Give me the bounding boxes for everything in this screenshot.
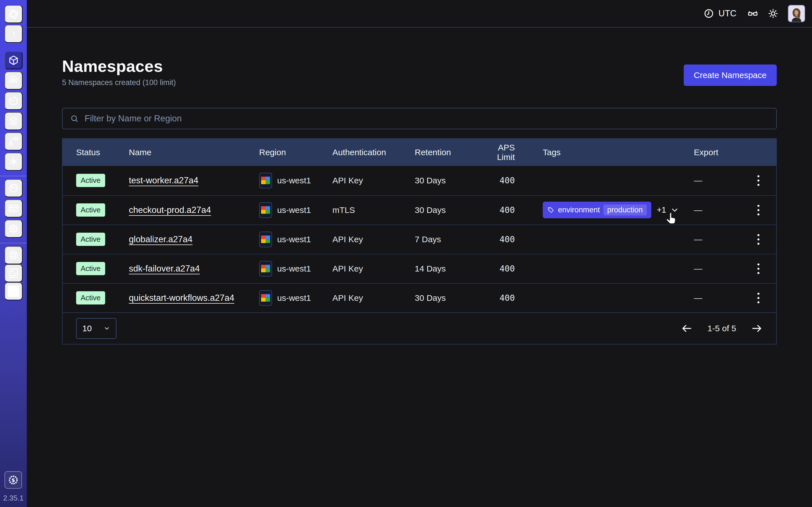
column-header-name: Name [129, 148, 259, 157]
region-cell: us-west1 [259, 202, 333, 218]
chevron-right-icon [9, 30, 18, 38]
sidebar-item-docs[interactable] [4, 264, 22, 282]
region-label: us-west1 [277, 293, 311, 303]
table-footer: 10 1-5 of 5 [63, 313, 776, 344]
aps-limit-cell: 400 [479, 293, 515, 303]
page-subtitle: 5 Namespaces created (100 limit) [62, 78, 176, 87]
authentication-cell: API Key [333, 264, 415, 274]
sidebar-nav-primary [4, 51, 22, 171]
cube-icon [8, 55, 19, 66]
gauge-icon [8, 182, 19, 194]
retention-cell: 7 Days [415, 235, 479, 244]
export-cell: — [694, 176, 742, 185]
kebab-icon [756, 174, 760, 187]
sun-icon [767, 8, 779, 19]
table-row: Active quickstart-workflows.a27a4 us-wes… [63, 283, 776, 313]
sidebar-item-getting-started[interactable] [4, 282, 22, 300]
row-menu-button[interactable] [755, 173, 762, 188]
topbar: UTC [27, 0, 812, 27]
sidebar-nav-account [4, 179, 22, 238]
sidebar-item-usage[interactable] [4, 179, 22, 197]
glasses-icon [747, 8, 758, 19]
gcp-logo-icon [259, 261, 272, 277]
table-row: Active test-worker.a27a4 us-west1 API Ke… [63, 166, 776, 195]
timezone-button[interactable]: UTC [702, 8, 738, 19]
row-menu-button[interactable] [755, 231, 762, 247]
sidebar-divider [0, 176, 27, 176]
gcp-logo-icon [259, 290, 272, 306]
column-header-retention: Retention [415, 148, 479, 157]
credits-button[interactable] [4, 471, 22, 489]
tags-cell: environment production +1 [515, 202, 694, 218]
status-badge: Active [76, 203, 105, 217]
arrow-right-icon [751, 323, 763, 334]
status-badge: Active [76, 291, 105, 304]
timezone-label: UTC [718, 8, 737, 18]
row-menu-button[interactable] [755, 202, 762, 218]
namespace-link[interactable]: sdk-failover.a27a4 [129, 264, 200, 274]
filter-input[interactable] [84, 113, 769, 124]
next-page-button[interactable] [751, 323, 763, 334]
region-label: us-west1 [277, 235, 311, 244]
sidebar-item-settings[interactable] [4, 220, 22, 238]
page-size-select[interactable]: 10 [76, 318, 116, 339]
sidebar-item-schedules[interactable] [4, 92, 22, 110]
kebab-icon [756, 292, 760, 304]
sidebar-bottom: 2.35.1 [3, 471, 23, 507]
sidebar-item-namespaces[interactable] [4, 51, 22, 69]
namespace-link[interactable]: quickstart-workflows.a27a4 [129, 293, 234, 303]
kebab-icon [756, 233, 760, 245]
branch-icon [8, 136, 19, 147]
book-sparkles-icon [8, 268, 19, 279]
tags-expand-button[interactable] [670, 206, 679, 215]
sidebar-item-pipelines[interactable] [4, 132, 22, 151]
tag-pill[interactable]: environment production [543, 202, 651, 218]
column-header-authentication: Authentication [333, 148, 415, 157]
user-avatar[interactable] [788, 5, 805, 22]
table-body: Active test-worker.a27a4 us-west1 API Ke… [63, 166, 776, 313]
authentication-cell: API Key [333, 176, 415, 185]
page-title: Namespaces [62, 57, 176, 76]
namespace-link[interactable]: globalizer.a27a4 [129, 234, 193, 244]
status-badge: Active [76, 233, 105, 246]
namespace-link[interactable]: checkout-prod.a27a4 [129, 205, 211, 215]
sidebar-divider [0, 243, 27, 243]
column-header-status: Status [63, 148, 129, 157]
tag-key: environment [558, 206, 600, 214]
sidebar-item-nexus[interactable] [4, 153, 22, 171]
sidebar: 2.35.1 [0, 0, 27, 507]
namespace-link[interactable]: test-worker.a27a4 [129, 175, 198, 185]
timer-icon [8, 95, 19, 107]
avatar-image [788, 5, 805, 22]
dollar-badge-icon [8, 474, 19, 486]
sidebar-item-deployments[interactable] [4, 112, 22, 130]
sidebar-item-radar[interactable] [4, 71, 22, 90]
status-badge: Active [76, 262, 105, 275]
authentication-cell: API Key [333, 235, 415, 244]
region-label: us-west1 [277, 176, 311, 185]
sidebar-item-support[interactable] [4, 246, 22, 264]
temporal-logo-icon[interactable] [4, 5, 22, 23]
column-header-region: Region [259, 148, 333, 157]
sidebar-item-billing[interactable] [4, 200, 22, 217]
chevron-down-icon [103, 325, 110, 332]
gcp-logo-icon [259, 202, 272, 218]
export-cell: — [694, 235, 742, 244]
row-menu-button[interactable] [755, 290, 762, 306]
table-row: Active globalizer.a27a4 us-west1 API Key… [63, 224, 776, 254]
retention-cell: 14 Days [415, 264, 479, 274]
aps-limit-cell: 400 [479, 175, 515, 185]
reader-mode-button[interactable] [747, 8, 758, 19]
retention-cell: 30 Days [415, 293, 479, 303]
search-icon [70, 114, 79, 123]
column-header-aps-limit: APS Limit [479, 143, 515, 162]
table-row: Active sdk-failover.a27a4 us-west1 API K… [63, 254, 776, 283]
row-menu-button[interactable] [755, 261, 762, 277]
sidebar-expand-button[interactable] [4, 25, 22, 43]
content: Namespaces 5 Namespaces created (100 lim… [27, 27, 812, 344]
previous-page-button[interactable] [681, 323, 693, 334]
tag-group: environment production +1 [543, 202, 679, 218]
theme-toggle-button[interactable] [767, 8, 779, 19]
region-label: us-west1 [277, 205, 311, 215]
create-namespace-button[interactable]: Create Namespace [684, 64, 777, 86]
